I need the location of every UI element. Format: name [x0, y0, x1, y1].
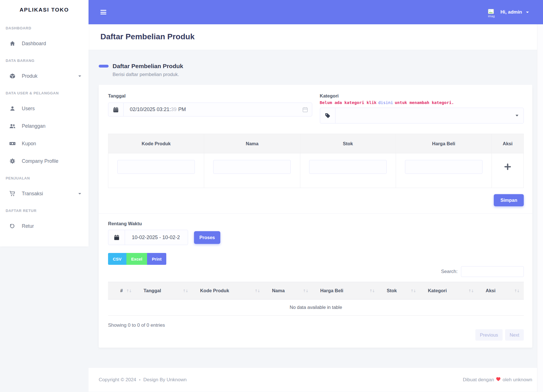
next-page-button[interactable]: Next	[505, 329, 524, 341]
nama-input[interactable]	[213, 160, 291, 174]
sidebar-item-dashboard[interactable]: Dashboard	[0, 35, 89, 52]
copyright-text: Copyright © 2024	[99, 377, 136, 383]
sidebar-item-transaksi[interactable]: Transaksi	[0, 185, 89, 202]
simpan-button[interactable]: Simpan	[494, 194, 524, 206]
entry-table-row	[108, 153, 524, 188]
kode-produk-input[interactable]	[117, 160, 195, 174]
sort-icon[interactable]: ↑↓	[255, 289, 260, 293]
sidebar-item-label: Transaksi	[22, 191, 43, 197]
menu-toggle-button[interactable]	[100, 9, 106, 16]
list-header-kode-produk[interactable]: Kode Produk↑↓	[192, 282, 264, 300]
search-label: Search:	[441, 269, 458, 274]
calendar-icon	[108, 103, 123, 116]
tag-icon	[320, 108, 335, 124]
search-input[interactable]	[461, 266, 524, 277]
list-header-stok[interactable]: Stok↑↓	[379, 282, 420, 300]
kategori-select[interactable]	[320, 108, 524, 124]
entry-header-kode-produk: Kode Produk	[108, 134, 204, 153]
kategori-select-value[interactable]	[335, 108, 524, 124]
undo-icon	[9, 223, 16, 229]
sidebar-item-users[interactable]: Users	[0, 100, 89, 117]
stok-input[interactable]	[309, 160, 387, 174]
list-table-header-row: #↑↓ Tanggal↑↓ Kode Produk↑↓ Nama↑↓ Harga…	[108, 282, 524, 300]
section-description: Berisi daftar pembelian produk.	[113, 72, 532, 77]
chevron-down-icon	[78, 75, 81, 77]
app-root: APLIKASI TOKO DASHBOARD Dashboard DATA B…	[0, 0, 543, 392]
sort-icon[interactable]: ↑↓	[126, 289, 132, 293]
empty-table-message: No data available in table	[108, 300, 524, 316]
proses-button[interactable]: Proses	[194, 231, 220, 244]
kategori-label: Kategori	[320, 93, 524, 99]
sidebar-item-label: Users	[22, 106, 35, 112]
excel-button[interactable]: Excel	[126, 253, 147, 265]
harga-beli-input[interactable]	[405, 160, 482, 174]
design-credit-text: Design By Unknown	[143, 377, 187, 383]
kategori-note-post: untuk menambah kategori.	[395, 100, 454, 105]
app-brand[interactable]: APLIKASI TOKO	[0, 0, 89, 20]
home-icon	[9, 41, 16, 46]
entry-table-header-row: Kode Produk Nama Stok Harga Beli Aksi	[108, 134, 524, 153]
menu-section-data-barang: DATA BARANG	[0, 52, 89, 67]
tanggal-value[interactable]: 02/10/2025 03:21:39PM	[123, 103, 312, 116]
section-accent-dash	[99, 65, 109, 68]
users-icon	[9, 123, 16, 129]
scrollbar[interactable]	[537, 24, 543, 392]
sort-icon[interactable]: ↑↓	[369, 289, 375, 293]
section-header: Daftar Pembelian Produk	[99, 63, 532, 70]
sort-icon[interactable]: ↑↓	[183, 289, 189, 293]
main-area: imag Hi, admin Daftar Pembelian Produk D…	[89, 0, 543, 392]
rentang-waktu-label: Rentang Waktu	[108, 221, 524, 226]
list-header-tanggal[interactable]: Tanggal↑↓	[136, 282, 192, 300]
export-buttons: CSV Excel Print	[108, 253, 524, 265]
tanggal-meridiem: PM	[178, 107, 186, 112]
user-menu[interactable]: imag Hi, admin	[486, 7, 529, 18]
sidebar-item-produk[interactable]: Produk	[0, 67, 89, 85]
sort-icon[interactable]: ↑↓	[468, 289, 474, 293]
print-button[interactable]: Print	[147, 253, 166, 265]
sidebar-item-label: Pelanggan	[22, 123, 46, 129]
sidebar: APLIKASI TOKO DASHBOARD Dashboard DATA B…	[0, 0, 89, 246]
kategori-note: Belum ada kategori klik disini untuk men…	[320, 100, 524, 105]
gear-icon	[9, 158, 16, 164]
simpan-row: Simpan	[108, 194, 524, 206]
entry-header-harga-beli: Harga Beli	[396, 134, 492, 153]
tanggal-datetime-input[interactable]: 02/10/2025 03:21:39PM	[108, 103, 312, 116]
sidebar-item-label: Company Profile	[22, 158, 58, 164]
entry-header-stok: Stok	[300, 134, 396, 153]
sort-icon[interactable]: ↑↓	[303, 289, 309, 293]
empty-row: No data available in table	[108, 300, 524, 316]
content: Daftar Pembelian Produk Berisi daftar pe…	[89, 50, 543, 367]
sidebar-item-retur[interactable]: Retur	[0, 217, 89, 235]
cart-icon	[9, 191, 16, 196]
sort-icon[interactable]: ↑↓	[514, 289, 520, 293]
list-header-number[interactable]: #↑↓	[108, 282, 136, 300]
rentang-waktu-input[interactable]: 10-02-2025 - 10-02-2	[108, 230, 188, 245]
purchase-list-table: #↑↓ Tanggal↑↓ Kode Produk↑↓ Nama↑↓ Harga…	[108, 282, 524, 316]
list-header-nama[interactable]: Nama↑↓	[264, 282, 313, 300]
sidebar-item-pelanggan[interactable]: Pelanggan	[0, 117, 89, 135]
list-header-harga-beli[interactable]: Harga Beli↑↓	[313, 282, 379, 300]
kategori-add-link[interactable]: disini	[378, 100, 393, 105]
made-with-text: Dibuat dengan	[463, 377, 494, 383]
sidebar-item-label: Kupon	[22, 141, 36, 147]
sidebar-item-label: Dashboard	[22, 41, 46, 47]
sidebar-item-company-profile[interactable]: Company Profile	[0, 152, 89, 170]
entry-header-aksi: Aksi	[492, 134, 523, 153]
list-header-aksi[interactable]: Aksi↑↓	[478, 282, 524, 300]
add-row-button[interactable]	[503, 163, 512, 171]
footer-bullet: •	[139, 377, 141, 382]
page-title: Daftar Pembelian Produk	[100, 32, 531, 41]
calendar-picker-icon[interactable]	[302, 107, 308, 112]
csv-button[interactable]: CSV	[108, 253, 126, 265]
sidebar-item-kupon[interactable]: Kupon	[0, 135, 89, 152]
rentang-row: 10-02-2025 - 10-02-2 Proses	[108, 230, 524, 245]
rentang-waktu-value[interactable]: 10-02-2025 - 10-02-2	[125, 230, 188, 245]
purchase-card: Tanggal 02/10/2025 03:21:39PM	[99, 85, 532, 348]
box-icon	[9, 73, 16, 79]
page-header: Daftar Pembelian Produk	[89, 24, 543, 50]
list-header-kategori[interactable]: Kategori↑↓	[420, 282, 478, 300]
top-navbar: imag Hi, admin	[89, 0, 543, 24]
footer-right: Dibuat dengan oleh unknown	[463, 377, 532, 383]
previous-page-button[interactable]: Previous	[475, 329, 503, 341]
sort-icon[interactable]: ↑↓	[410, 289, 416, 293]
